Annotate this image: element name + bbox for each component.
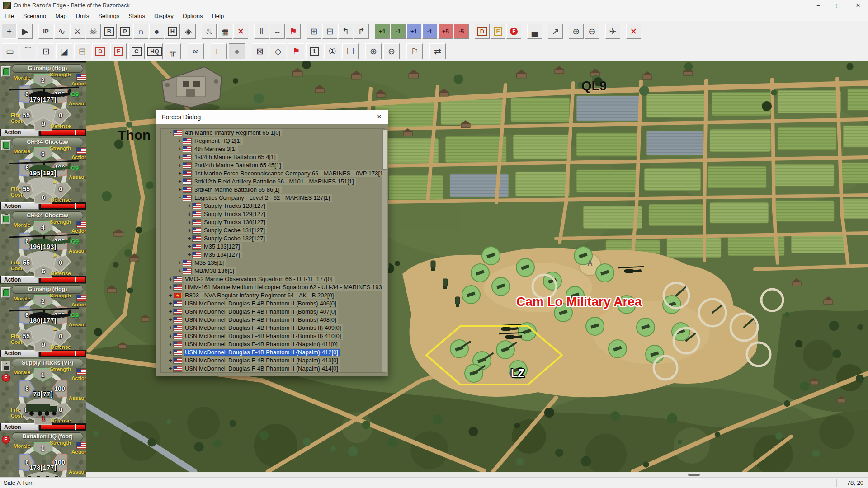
tree-expander-icon[interactable]: + bbox=[186, 211, 193, 217]
tree-expander-icon[interactable]: + bbox=[186, 235, 193, 242]
scrollbar-thumb[interactable] bbox=[688, 474, 700, 476]
commander-view-icon[interactable]: C bbox=[128, 43, 145, 59]
play-icon[interactable]: ▶ bbox=[18, 24, 33, 39]
shield-minus-icon[interactable]: ⊖ bbox=[585, 24, 599, 39]
flame-icon[interactable]: ♨ bbox=[202, 24, 217, 39]
tree-expander-icon[interactable]: + bbox=[177, 162, 183, 169]
dialog-scrollbar[interactable] bbox=[382, 129, 387, 372]
redo-turn-icon[interactable]: ↱ bbox=[354, 24, 369, 39]
add-hex-icon[interactable]: ⊞ bbox=[307, 24, 321, 39]
maximize-button[interactable]: ▢ bbox=[828, 0, 848, 11]
refresh-icon[interactable]: ⇄ bbox=[429, 43, 446, 59]
cave-icon[interactable]: ● bbox=[149, 24, 164, 39]
select-crosshair-icon[interactable]: + bbox=[2, 24, 17, 39]
remove-hex-icon[interactable]: ⊟ bbox=[322, 24, 337, 39]
zoom-in-icon[interactable]: ⊕ bbox=[365, 43, 382, 59]
quality-up-button[interactable]: +1 bbox=[406, 24, 421, 39]
map-marker-icon[interactable]: ⚑ bbox=[288, 43, 304, 59]
forces-tree-row[interactable]: +Supply Trucks 128[127] bbox=[161, 202, 384, 210]
forces-tree-row[interactable]: +3rd/4th Marine Battalion 65 86[1] bbox=[161, 186, 384, 194]
slope-view-icon[interactable]: ◪ bbox=[56, 43, 72, 59]
tree-expander-icon[interactable]: + bbox=[167, 317, 174, 323]
tree-expander-icon[interactable]: + bbox=[167, 333, 174, 339]
ied-icon[interactable]: ◈ bbox=[181, 24, 196, 39]
tree-expander-icon[interactable]: + bbox=[177, 187, 183, 193]
org-chart-icon[interactable]: ╦ bbox=[165, 43, 181, 59]
forces-tree-row[interactable]: +3rd/12th Field Artillery Battalion 66 -… bbox=[161, 178, 384, 186]
tree-expander-icon[interactable]: + bbox=[167, 292, 174, 299]
menu-item-display[interactable]: Display bbox=[150, 12, 178, 20]
shadow-ellipse-icon[interactable]: ● bbox=[229, 43, 245, 59]
bunker-icon[interactable]: B bbox=[102, 24, 117, 39]
menu-item-scenario[interactable]: Scenario bbox=[19, 12, 51, 20]
tree-expander-icon[interactable]: + bbox=[167, 325, 174, 331]
terrain-base-view-icon[interactable]: ▭ bbox=[2, 43, 18, 59]
horizon-view-icon[interactable]: ⌒ bbox=[20, 43, 36, 59]
tree-expander-icon[interactable]: + bbox=[167, 276, 174, 282]
map-overview-icon[interactable]: ⊠ bbox=[252, 43, 268, 59]
tree-expander-icon[interactable]: + bbox=[186, 244, 193, 250]
tree-expander-icon[interactable]: + bbox=[177, 268, 183, 274]
tree-expander-icon[interactable]: + bbox=[186, 203, 193, 209]
menu-item-units[interactable]: Units bbox=[71, 12, 94, 20]
forces-tree-row[interactable]: +USN McDonnell Douglas F-4B Phantom II {… bbox=[161, 300, 384, 308]
morale-down-button[interactable]: -1 bbox=[391, 24, 406, 39]
close-button[interactable]: ✕ bbox=[848, 0, 868, 11]
dialog-close-icon[interactable]: ✕ bbox=[373, 112, 386, 122]
tree-expander-icon[interactable]: + bbox=[167, 349, 174, 356]
tree-expander-icon[interactable]: + bbox=[177, 170, 183, 177]
cancel-icon[interactable]: ✕ bbox=[626, 24, 641, 39]
forces-tree-row[interactable]: +USN McDonnell Douglas F-4B Phantom II {… bbox=[161, 332, 384, 340]
title-bar[interactable]: On the Razor's Edge - Battle of the Razo… bbox=[0, 0, 868, 11]
lz-marker-icon[interactable]: H bbox=[165, 24, 180, 39]
transport-icon[interactable]: ▄ bbox=[527, 24, 542, 39]
fuel-can-icon[interactable] bbox=[1, 66, 11, 77]
forces-tree-row[interactable]: +R803 - NVA Regular Infantry Regiment 64… bbox=[161, 291, 384, 300]
tree-expander-icon[interactable]: + bbox=[167, 366, 174, 372]
menu-item-settings[interactable]: Settings bbox=[94, 12, 124, 20]
menu-item-help[interactable]: Help bbox=[207, 12, 228, 20]
menu-item-options[interactable]: Options bbox=[178, 12, 208, 20]
forces-tree-row[interactable]: +M35 133[127] bbox=[161, 243, 384, 251]
facing-arrow-icon[interactable]: ↗ bbox=[548, 24, 563, 39]
unit-panel[interactable]: Gunship (Hog)261005509179[177]MoraleStre… bbox=[0, 62, 86, 136]
strength-up-button[interactable]: +5 bbox=[438, 24, 453, 39]
disrupted-toggle-icon[interactable]: D bbox=[475, 24, 490, 39]
tree-expander-icon[interactable]: + bbox=[186, 227, 193, 234]
forces-tree-row[interactable]: +HMM-161 Marine Medium Helicopter Squadr… bbox=[161, 283, 384, 291]
tree-expander-icon[interactable]: + bbox=[167, 300, 174, 307]
strength-down-button[interactable]: -5 bbox=[454, 24, 469, 39]
forces-tree-row[interactable]: +4th Marines 3[1] bbox=[161, 145, 384, 153]
forces-tree-row[interactable]: +USN McDonnell Douglas F-4B Phantom II {… bbox=[161, 357, 384, 365]
forces-tree-row[interactable]: +1st/4th Marine Battalion 65 4[1] bbox=[161, 153, 384, 161]
tree-expander-icon[interactable]: + bbox=[167, 341, 174, 347]
forces-tree-row[interactable]: +1st Marine Force Reconnaissance Company… bbox=[161, 169, 384, 178]
tree-expander-icon[interactable]: + bbox=[177, 138, 183, 144]
disrupted-view-icon[interactable]: D bbox=[92, 43, 108, 59]
unit-panel[interactable]: CH-34 Choctaw461005506196[193]MoraleStre… bbox=[0, 210, 86, 283]
forces-tree-row[interactable]: +USN McDonnell Douglas F-4B Phantom II {… bbox=[161, 348, 384, 357]
objective-flag-icon[interactable]: ⚑ bbox=[286, 24, 301, 39]
unit-panel[interactable]: Battalion HQ (foot)F16100178[177]MoraleS… bbox=[0, 431, 86, 477]
tree-expander-icon[interactable]: + bbox=[167, 309, 174, 315]
forces-tree-row[interactable]: +M35 134[127] bbox=[161, 251, 384, 259]
radio-icon[interactable] bbox=[1, 361, 11, 371]
wire-obstacle-icon[interactable]: ∿ bbox=[54, 24, 69, 39]
forces-tree-row[interactable]: +Supply Cache 131[127] bbox=[161, 226, 384, 235]
forces-tree-row[interactable]: -Logistics Company - Level 2 - 62 - MARI… bbox=[161, 194, 384, 202]
unit-panel[interactable]: CH-34 Choctaw661005506195[193]MoraleStre… bbox=[0, 136, 86, 210]
hex-outline-icon[interactable]: ◇ bbox=[270, 43, 286, 59]
improved-position-icon[interactable]: IP bbox=[38, 24, 53, 39]
morale-up-button[interactable]: +1 bbox=[375, 24, 390, 39]
rubble-icon[interactable]: ▦ bbox=[217, 24, 232, 39]
range-ruler-icon[interactable]: ∟ bbox=[211, 43, 227, 59]
forces-tree-row[interactable]: +USN McDonnell Douglas F-4B Phantom II {… bbox=[161, 308, 384, 316]
tree-expander-icon[interactable]: - bbox=[177, 195, 183, 201]
zoom-level-1-icon[interactable]: 1 bbox=[306, 43, 322, 59]
mines-icon[interactable]: ⚔ bbox=[70, 24, 85, 39]
forces-tree-row[interactable]: +2nd/4th Marine Battalion 65 45[1] bbox=[161, 161, 384, 169]
forces-tree-row[interactable]: +Supply Cache 132[127] bbox=[161, 235, 384, 243]
tree-expander-icon[interactable]: + bbox=[167, 357, 174, 364]
hq-view-icon[interactable]: HQ bbox=[146, 43, 163, 59]
forces-tree-row[interactable]: +USN McDonnell Douglas F-4B Phantom II {… bbox=[161, 340, 384, 348]
